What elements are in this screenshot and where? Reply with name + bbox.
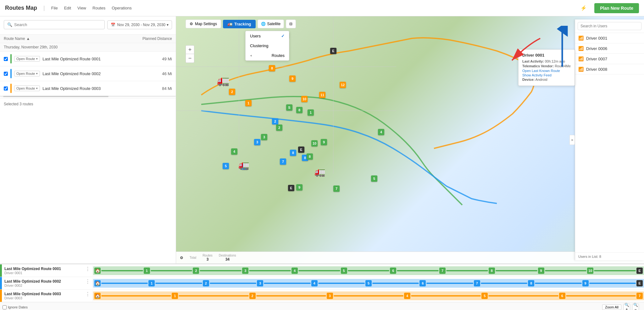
map-settings-button[interactable]: ⚙ Map Settings [186,19,221,28]
timeline-stop[interactable]: 6 [419,280,426,286]
map-marker-2-green[interactable]: 2 [276,125,282,131]
timeline-stop[interactable]: 2 [193,268,199,274]
timeline-stop[interactable]: 3 [242,268,248,274]
satellite-button[interactable]: 🌐 Satellite [258,19,284,28]
timeline-stop-home[interactable]: 🏠 [94,268,101,274]
user-list-item[interactable]: 📶 Driver 0008 [575,64,644,75]
timeline-stop[interactable]: 7 [439,268,446,274]
map-marker-8-green[interactable]: 8 [296,107,303,113]
map-marker-12[interactable]: 12 [340,82,346,88]
timeline-stop[interactable]: 5 [365,280,372,286]
ignore-dates-toggle[interactable]: Ignore Dates [3,305,28,309]
route-row[interactable]: Open Route ▾ Last Mile Optimized Route 0… [0,66,176,81]
nav-view[interactable]: View [77,6,86,10]
truck-icon-3[interactable]: 🚛 [314,167,325,177]
map-marker-e3[interactable]: E [330,48,336,54]
timeline-stop[interactable]: 4 [291,268,298,274]
timeline-stop[interactable]: 2 [249,293,256,299]
timeline-stop[interactable]: 9 [538,268,544,274]
map-marker-1-green2[interactable]: 1 [308,109,314,116]
panel-collapse-button[interactable]: » [569,135,575,145]
zoom-in-button[interactable]: + [186,45,194,54]
route-checkbox[interactable] [4,86,8,91]
nav-edit[interactable]: Edit [64,6,71,10]
user-list-item[interactable]: 📶 Driver 0007 [575,54,644,64]
route-status-badge[interactable]: Open Route ▾ [14,56,40,62]
map-marker-10-green[interactable]: 10 [311,140,318,147]
map-marker-9[interactable]: 9 [289,75,296,82]
timeline-stop[interactable]: 5 [481,293,488,299]
map-marker-2-orange[interactable]: 2 [229,89,235,95]
gear-icon-bottom[interactable]: ⚙ [180,256,183,260]
timeline-stop[interactable]: 5 [341,268,347,274]
route-checkbox[interactable] [4,72,8,76]
timeline-stop[interactable]: 7 [474,280,480,286]
timeline-menu-icon[interactable]: ⋮ [85,267,90,272]
truck-icon-1[interactable]: 🚛 [217,75,230,86]
map-marker-3-green[interactable]: 3 [261,134,267,140]
timeline-stop[interactable]: 6 [559,293,565,299]
plan-route-button[interactable]: Plan New Route [594,3,639,13]
map-marker-e-black[interactable]: E [298,147,304,153]
timeline-stop[interactable]: 7 [636,293,643,299]
zoom-out-timeline-button[interactable]: 🔍− [632,304,639,310]
timeline-stop[interactable]: 8 [489,268,495,274]
route-status-badge[interactable]: Open Route ▾ [14,86,40,91]
timeline-menu-icon[interactable]: ⋮ [85,279,90,284]
timeline-stop-home[interactable]: 🏠 [94,280,101,286]
timeline-stop[interactable]: 4 [311,280,318,286]
search-input[interactable] [14,22,101,27]
nav-operations[interactable]: Operations [112,6,132,10]
map-marker-9b-green[interactable]: 9 [296,184,303,191]
timeline-stop[interactable]: 10 [587,268,593,274]
timeline-stop[interactable]: 8 [528,280,534,286]
map-marker-5-blue[interactable]: 5 [223,163,229,169]
timeline-stop-end[interactable]: E [636,268,643,274]
route-row[interactable]: Open Route ▾ Last Mile Optimized Route 0… [0,81,176,96]
tracking-button[interactable]: 🚛 Tracking [223,20,255,28]
zoom-out-button[interactable]: − [186,54,194,63]
truck-icon-2[interactable]: 🚛 [238,160,249,170]
timeline-stop[interactable]: 3 [257,280,263,286]
map-marker-8b-blue[interactable]: 8 [290,150,296,156]
timeline-stop-home[interactable]: 🏠 [94,293,101,299]
map-marker-7-blue[interactable]: 7 [280,158,286,165]
nav-routes[interactable]: Routes [92,6,105,10]
timeline-stop[interactable]: 1 [144,268,150,274]
timeline-stop-end[interactable]: E [636,280,643,286]
route-row[interactable]: Open Route ▾ Last Mile Optimized Route 0… [0,52,176,66]
map-marker-8d-green[interactable]: 8 [307,153,313,160]
user-list-item[interactable]: 📶 Driver 0001 [575,33,644,43]
col-route-name[interactable]: Route Name ▲ [4,36,141,41]
map-marker-3-blue[interactable]: 3 [254,139,260,145]
map-marker-7-green[interactable]: 7 [333,185,340,192]
timeline-stop[interactable]: 4 [404,293,410,299]
map-marker-5-green[interactable]: 5 [371,175,377,182]
date-picker[interactable]: 📅 Nov 29, 2030 - Nov 29, 2030 ▾ [107,20,172,29]
zoom-in-timeline-button[interactable]: 🔍+ [623,304,630,310]
map-marker-4b-green[interactable]: 4 [378,129,384,135]
show-activity-feed-link[interactable]: Show Activity Feed [522,73,571,77]
route-status-badge[interactable]: Open Route ▾ [14,71,40,76]
user-list-item[interactable]: 📶 Driver 0006 [575,43,644,54]
layers-button[interactable]: ⊟ [286,19,296,28]
map-marker-s-green[interactable]: S [286,104,292,111]
dropdown-users[interactable]: Users ✓ [246,31,289,41]
map-marker-1-orange[interactable]: 1 [245,100,252,106]
map-marker-e2-black[interactable]: E [288,185,294,191]
timeline-stop[interactable]: 1 [172,293,178,299]
map-marker-11[interactable]: 11 [319,92,325,98]
route-checkbox[interactable] [4,57,8,61]
search-box[interactable]: 🔍 [4,20,105,29]
ignore-dates-checkbox[interactable] [3,305,7,309]
open-last-known-route-link[interactable]: Open Last Known Route [522,69,571,73]
map-marker-9-green[interactable]: 9 [321,139,327,145]
timeline-stop[interactable]: 9 [582,280,589,286]
map-marker-8[interactable]: 8 [269,65,275,71]
map-marker-10[interactable]: 10 [301,96,308,102]
timeline-stop[interactable]: 2 [203,280,209,286]
map-marker-4-green[interactable]: 4 [231,148,237,155]
nav-file[interactable]: File [51,6,58,10]
timeline-menu-icon[interactable]: ⋮ [85,292,90,297]
dropdown-clustering[interactable]: Clustering [246,41,289,51]
